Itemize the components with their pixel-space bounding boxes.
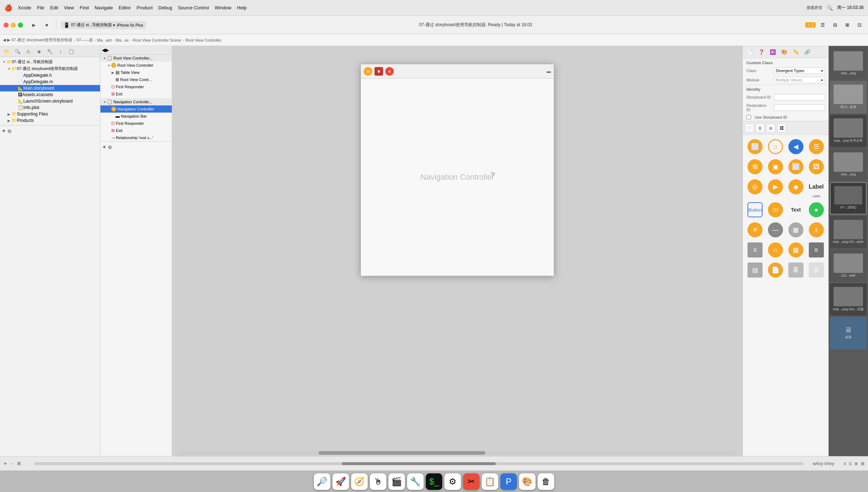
library-tab-code[interactable]: {} — [756, 124, 764, 132]
menu-navigate[interactable]: Navigate — [94, 5, 113, 10]
obj-imageview[interactable]: 🖼 — [807, 158, 826, 176]
thumb-8[interactable]: snip....png ios1...试题 — [830, 283, 867, 316]
menu-debug[interactable]: Debug — [159, 5, 172, 10]
filter-button[interactable]: ⊙ — [8, 128, 11, 134]
test-nav-icon[interactable]: ◈ — [35, 47, 43, 55]
library-tab-file[interactable]: 📄 — [745, 124, 754, 132]
menu-window[interactable]: Window — [215, 5, 231, 10]
obj-container[interactable]: ◻ — [766, 138, 785, 156]
zoom-in[interactable]: ⊕ — [854, 461, 858, 466]
obj-grid3[interactable]: ▦ — [787, 221, 806, 240]
obj-r4[interactable]: ☰ — [807, 261, 826, 280]
menu-product[interactable]: Product — [137, 5, 153, 10]
scheme-selector[interactable]: 📱 07-通过 st...导航控制器 ▸ iPhone 6s Plus — [61, 21, 146, 29]
scene-exit-2[interactable]: ⊠ Exit — [100, 127, 172, 134]
canvas-scroll[interactable]: ◎ ■ ● ▬ Navigation Controller — [172, 46, 742, 450]
folder-icon[interactable]: 📁 — [3, 47, 11, 55]
inspector-tab-size[interactable]: 📏 — [791, 47, 800, 57]
frame-icon-red-rd[interactable]: ● — [385, 67, 394, 76]
thumb-3[interactable]: snip....png 车丹分享 — [830, 115, 867, 147]
library-tab-media[interactable]: 🖼 — [777, 124, 786, 132]
thumb-7[interactable]: ZJL...etail — [830, 250, 867, 282]
dock-terminal[interactable]: $_ — [426, 473, 442, 490]
tree-item-products[interactable]: ▶ 📁 Products — [0, 117, 100, 124]
dock-xmind[interactable]: ✂ — [463, 473, 480, 490]
link-button[interactable]: ⌘ — [17, 461, 21, 466]
thumb-1[interactable]: snip....png — [830, 47, 867, 80]
restoration-id-field[interactable] — [774, 104, 825, 111]
dock-notes[interactable]: 📋 — [482, 473, 498, 490]
close-button[interactable] — [4, 23, 9, 28]
minimize-button[interactable] — [11, 23, 16, 28]
thumb-2[interactable]: 第13...业准 — [830, 81, 867, 113]
add-file-button[interactable]: + — [2, 128, 5, 134]
scene-relationship[interactable]: ↝ Relationship 'root v...' — [100, 134, 172, 141]
fullscreen-button[interactable] — [18, 23, 23, 28]
scene-exit-1[interactable]: ⊠ Exit — [100, 90, 172, 98]
obj-scrollview[interactable]: ⬜ — [787, 158, 806, 176]
menu-find[interactable]: Find — [80, 5, 89, 10]
dock-system-prefs[interactable]: ⚙ — [444, 473, 461, 490]
obj-t1[interactable]: ≡ — [746, 241, 765, 260]
obj-view[interactable]: ⬜ — [746, 138, 765, 156]
library-tab-objects[interactable]: ◎ — [766, 124, 775, 132]
breadcrumb-item-1[interactable]: 07——器 — [77, 37, 93, 43]
obj-text-field[interactable]: Text — [787, 201, 806, 219]
menu-view[interactable]: View — [64, 5, 74, 10]
device-content[interactable]: Navigation Controller — [361, 79, 554, 276]
inspector-tab-file[interactable]: 📄 — [745, 47, 754, 57]
tree-item-launch-screen[interactable]: 📐 LaunchScreen.storyboard — [0, 98, 100, 104]
inspector-tab-help[interactable]: ❓ — [756, 47, 766, 57]
breadcrumb-item-4[interactable]: Root View Controller Scene — [133, 38, 181, 42]
dock-vectorize[interactable]: P — [500, 473, 517, 490]
scene-first-responder-1[interactable]: ⊡ First Responder — [100, 83, 172, 90]
frame-icon-orange[interactable]: ◎ — [364, 67, 372, 76]
inspector-tab-connections[interactable]: 🔗 — [802, 47, 812, 57]
breadcrumb-item-2[interactable]: Ma...ard — [97, 38, 112, 42]
obj-stepper[interactable]: ± — [807, 221, 826, 240]
debug-toggle[interactable]: ⊟ — [830, 20, 840, 30]
dock-launchpad[interactable]: 🚀 — [332, 473, 349, 490]
obj-play[interactable]: ▶ — [766, 178, 785, 199]
search-icon[interactable]: 🔍 — [827, 5, 833, 11]
nav-forward[interactable]: ▶ — [7, 38, 10, 42]
obj-slider[interactable]: — — [766, 221, 785, 240]
obj-segmented[interactable]: 1|2 — [766, 201, 785, 219]
report-nav-icon[interactable]: 📋 — [67, 47, 75, 55]
menu-help[interactable]: Help — [237, 5, 247, 10]
breadcrumb-item-0[interactable]: 07-通过 storyboard使用导航控制器 — [11, 37, 72, 43]
obj-label-item[interactable]: Label Label — [807, 178, 826, 199]
add-scene-button[interactable]: + — [103, 144, 106, 150]
obj-back-nav[interactable]: ◀ — [787, 138, 806, 156]
layout-toggle[interactable]: ⊡ — [854, 20, 864, 30]
thumb-desktop[interactable]: 🖥 桌面 — [830, 317, 867, 349]
layout-grid[interactable]: ⊞ — [861, 461, 864, 466]
navigator-toggle[interactable]: ☰ — [818, 20, 828, 30]
obj-camera[interactable]: ◎ — [746, 178, 765, 199]
tree-item-supporting-files[interactable]: ▶ 📁 Supporting Files — [0, 111, 100, 117]
debug-nav-icon[interactable]: 🔧 — [46, 47, 54, 55]
scene-first-responder-2[interactable]: ⊡ First Responder — [100, 120, 172, 127]
obj-button-item[interactable]: Button — [746, 201, 765, 219]
thumb-6[interactable]: snip....png KSI...aster — [830, 216, 867, 248]
stop-button[interactable]: ■ — [42, 20, 52, 30]
apple-menu[interactable]: 🍎 — [4, 4, 12, 12]
obj-t4[interactable]: ≡ — [807, 241, 826, 260]
dock-safari[interactable]: 🧭 — [351, 473, 368, 490]
tree-item-appdelegate-h[interactable]: 📄 AppDelegate.h — [0, 72, 100, 79]
scene-root-vc[interactable]: ▾ V Root View Controller — [100, 62, 172, 69]
thumb-4[interactable]: snip....png — [830, 148, 867, 181]
obj-cube[interactable]: ◆ — [787, 178, 806, 199]
obj-r2[interactable]: 📄 — [766, 261, 785, 280]
grid-toggle[interactable]: ≡ — [844, 461, 846, 466]
obj-activity[interactable]: ✳ — [746, 221, 765, 240]
nav-back[interactable]: ◀ — [3, 38, 6, 42]
add-controller-button[interactable]: + — [4, 460, 7, 467]
back-arrow-button[interactable]: ← — [10, 461, 14, 466]
warning-badge[interactable]: ⚠ 2 — [805, 22, 816, 28]
tree-item-main-storyboard[interactable]: 📐 Main.storyboard — [0, 85, 100, 91]
obj-collectionview[interactable]: ⊞ — [746, 158, 765, 176]
scene-root-vc-contr[interactable]: ⊞ Root View Contr... — [100, 76, 172, 83]
scene-nav-controller[interactable]: ▾ N Navigation Controller — [100, 105, 172, 113]
inspector-tab-attributes[interactable]: 🎨 — [779, 47, 789, 57]
